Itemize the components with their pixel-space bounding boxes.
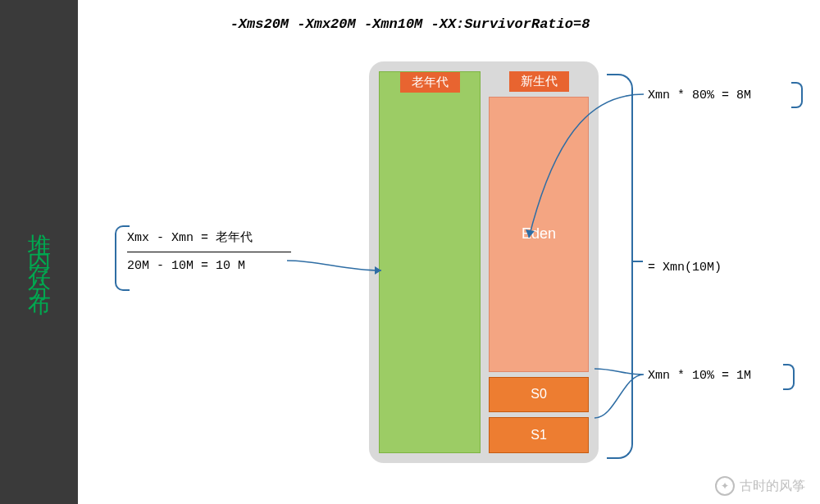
old-generation-label: 老年代 — [400, 72, 460, 93]
annotation-old-value: 20M - 10M = 10 M — [127, 252, 291, 273]
young-generation-box: 新生代 Eden S0 S1 — [489, 71, 589, 453]
young-generation-label: 新生代 — [509, 71, 569, 92]
annotation-old-gen: Xmx - Xmn = 老年代 20M - 10M = 10 M — [127, 229, 291, 273]
wechat-icon: ✦ — [715, 476, 735, 496]
s1-region: S1 — [489, 417, 589, 453]
watermark-text: 古时的风筝 — [740, 478, 805, 495]
jvm-parameters: -Xms20M -Xmx20M -Xmn10M -XX:SurvivorRati… — [230, 16, 590, 32]
annotation-survivor: Xmn * 10% = 1M — [648, 369, 751, 383]
eden-region: Eden — [489, 97, 589, 372]
s0-region: S0 — [489, 377, 589, 413]
bracket-eden — [791, 82, 803, 108]
brace-young-mid — [631, 261, 643, 272]
annotation-young: = Xmn(10M) — [648, 261, 722, 275]
annotation-old-formula: Xmx - Xmn = 老年代 — [127, 229, 291, 252]
annotation-eden: Xmn * 80% = 8M — [648, 89, 751, 102]
heap-container: 老年代 新生代 Eden S0 S1 — [369, 61, 599, 463]
brace-young-gen — [607, 74, 631, 459]
sidebar: 堆内存分布 — [0, 0, 78, 504]
watermark: ✦ 古时的风筝 — [715, 476, 805, 496]
bracket-survivor — [783, 364, 795, 390]
old-generation-box: 老年代 — [379, 71, 481, 453]
sidebar-title: 堆内存分布 — [24, 216, 55, 289]
